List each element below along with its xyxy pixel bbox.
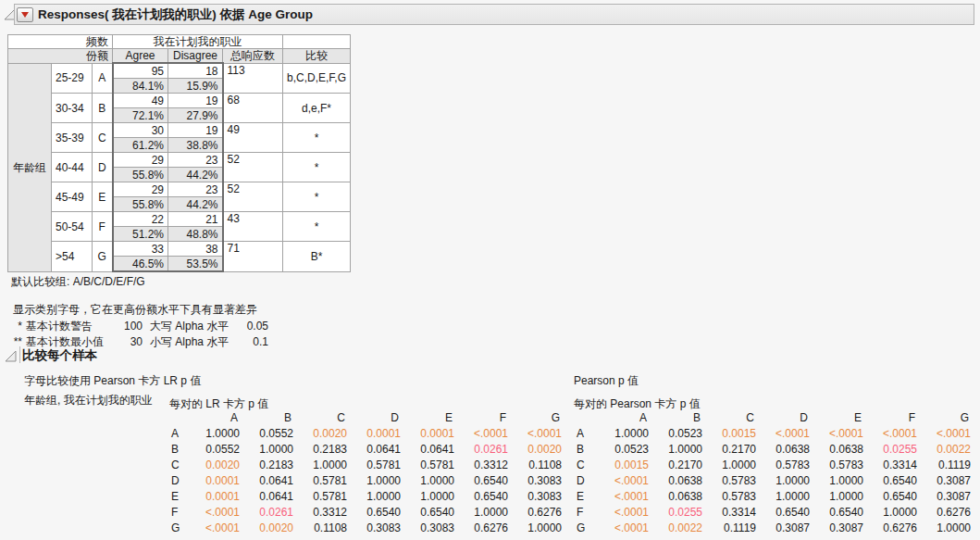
agree-percent: 55.8% xyxy=(113,197,168,212)
age-range-label: 40-44 xyxy=(52,153,93,182)
group-letter: A xyxy=(93,63,113,94)
compare-method-note: 字母比较使用 Pearson 卡方 LR p 值 xyxy=(24,374,201,387)
p-value: 0.2183 xyxy=(242,458,295,473)
p-value: 0.0022 xyxy=(651,521,704,536)
disagree-count: 23 xyxy=(168,153,223,168)
compare-letters: * xyxy=(283,212,351,242)
p-value: 1.0000 xyxy=(704,458,758,473)
p-value: 0.3087 xyxy=(919,489,973,505)
matrix-col-header: E xyxy=(812,410,865,426)
p-value: 0.3087 xyxy=(758,521,812,536)
p-value: 0.0523 xyxy=(651,426,704,442)
matrix-row: E<.00010.06380.57831.00001.00000.65400.3… xyxy=(575,489,973,505)
p-value: 0.0022 xyxy=(919,442,973,458)
p-value: 1.0000 xyxy=(812,473,865,489)
footnote1-label: 基本计数警告 xyxy=(26,320,93,333)
p-value: 0.3087 xyxy=(919,473,973,489)
disagree-percent: 53.5% xyxy=(168,257,223,272)
p-value: 1.0000 xyxy=(349,473,403,489)
p-value: 0.6540 xyxy=(403,505,456,521)
p-value: 1.0000 xyxy=(865,505,919,521)
footnote1-value2: 0.05 xyxy=(228,320,268,333)
p-value: 0.3314 xyxy=(704,505,758,521)
section-disclosure-icon[interactable] xyxy=(5,350,17,362)
table-row: 50-54F222143* xyxy=(8,212,351,227)
p-value: 0.0001 xyxy=(403,426,456,442)
p-value: 0.5781 xyxy=(403,458,456,473)
footnote1-label2: 大写 Alpha 水平 xyxy=(150,320,229,333)
matrix-corner xyxy=(575,410,597,426)
p-value: 0.0015 xyxy=(597,458,651,473)
group-letter: G xyxy=(93,242,113,272)
p-value: 0.6540 xyxy=(456,489,510,505)
disagree-percent: 27.9% xyxy=(168,108,223,123)
p-value: 1.0000 xyxy=(919,521,973,536)
agree-count: 33 xyxy=(113,242,168,257)
p-value: 0.0001 xyxy=(188,489,242,505)
p-value: <.0001 xyxy=(188,505,242,521)
matrix-corner xyxy=(169,410,188,426)
red-triangle-menu-button[interactable] xyxy=(17,7,33,22)
p-value: 0.3083 xyxy=(510,489,564,505)
p-value: 0.6540 xyxy=(865,489,919,505)
p-value: 0.5781 xyxy=(295,473,349,489)
p-value: 0.0552 xyxy=(242,426,295,442)
column-group-header: 我在计划我的职业 xyxy=(113,35,283,49)
matrix-row-label: F xyxy=(575,505,597,521)
p-value: <.0001 xyxy=(865,426,919,442)
corner-label-freq: 频数 xyxy=(8,35,113,49)
p-value: <.0001 xyxy=(456,426,510,442)
p-value: 0.0641 xyxy=(242,473,295,489)
disagree-percent: 48.8% xyxy=(168,227,223,242)
p-value: 0.0638 xyxy=(651,489,704,505)
agree-percent: 72.1% xyxy=(113,108,168,123)
disagree-percent: 38.8% xyxy=(168,138,223,153)
p-value: 1.0000 xyxy=(403,489,456,505)
p-value: 1.0000 xyxy=(456,505,510,521)
p-value: 1.0000 xyxy=(651,442,704,458)
matrix-col-header: A xyxy=(597,410,651,426)
total-responses: 113 xyxy=(223,63,283,94)
footnote1-marker: * xyxy=(6,320,22,333)
p-value: 1.0000 xyxy=(242,442,295,458)
matrix-row: B0.05521.00000.21830.06410.06410.02610.0… xyxy=(169,442,564,458)
p-value: 1.0000 xyxy=(812,489,865,505)
matrix-row-label: B xyxy=(169,442,188,458)
matrix-row: D<.00010.06380.57831.00001.00000.65400.3… xyxy=(575,473,973,489)
compare-section-title: 比较每个样本 xyxy=(22,347,97,364)
disagree-count: 38 xyxy=(168,242,223,257)
matrix-row-label: C xyxy=(575,458,597,473)
total-responses: 71 xyxy=(223,242,283,272)
p-value: <.0001 xyxy=(597,505,651,521)
lr-matrix-table: ABCDEFGA1.00000.05520.00200.00010.0001<.… xyxy=(169,410,564,536)
age-range-label: 30-34 xyxy=(52,94,93,123)
matrix-row-label: D xyxy=(575,473,597,489)
table-row: 45-49E292352* xyxy=(8,182,351,197)
table-row: 35-39C301949* xyxy=(8,123,351,138)
p-value: 0.3312 xyxy=(456,458,510,473)
p-value: 0.0020 xyxy=(242,521,295,536)
matrix-col-header: C xyxy=(295,410,349,426)
p-value: 0.0255 xyxy=(865,442,919,458)
p-value: 0.2170 xyxy=(651,458,704,473)
matrix-col-header: B xyxy=(651,410,704,426)
p-value: 1.0000 xyxy=(403,473,456,489)
matrix-row: A1.00000.05230.0015<.0001<.0001<.0001<.0… xyxy=(575,426,973,442)
matrix-col-header: F xyxy=(865,410,919,426)
matrix-col-header: C xyxy=(704,410,758,426)
footnote1-value: 100 xyxy=(100,320,143,333)
disagree-percent: 15.9% xyxy=(168,79,223,94)
pearson-matrix-title: 每对的 Pearson 卡方 p 值 xyxy=(574,397,701,410)
p-value: 0.6540 xyxy=(349,505,403,521)
compare-letters: * xyxy=(283,182,351,212)
matrix-row: C0.00150.21701.00000.57830.57830.33140.1… xyxy=(575,458,973,473)
p-value: <.0001 xyxy=(597,489,651,505)
total-responses: 52 xyxy=(223,182,283,212)
p-value: 0.3314 xyxy=(865,458,919,473)
agree-count: 29 xyxy=(113,182,168,197)
p-value: <.0001 xyxy=(758,426,812,442)
p-value: 0.3083 xyxy=(403,521,456,536)
matrix-row-label: F xyxy=(169,505,188,521)
age-range-label: 45-49 xyxy=(52,182,93,212)
agree-count: 95 xyxy=(113,63,168,79)
